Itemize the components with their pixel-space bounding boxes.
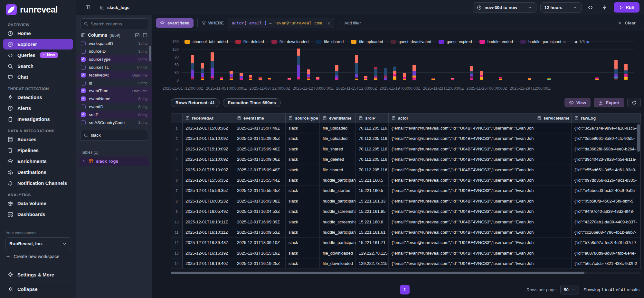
stacked-bar[interactable]: [288, 78, 291, 80]
stacked-bar[interactable]: [393, 67, 396, 80]
stacked-bar[interactable]: [374, 67, 377, 80]
column-header-eventName[interactable]: eventName: [320, 113, 356, 123]
sidebar-item-search[interactable]: Search: [3, 61, 73, 71]
stacked-bar[interactable]: [595, 77, 599, 80]
table-row[interactable]: 122025-12-01T18:39:48Z2025-12-01T18:39:1…: [171, 238, 640, 248]
checkbox[interactable]: [81, 96, 86, 101]
column-row-eventTime[interactable]: eventTime DateTime: [76, 87, 152, 95]
brand[interactable]: runreveal: [0, 0, 76, 18]
table-row[interactable]: 22025-12-01T15:10:09Z2025-12-01T15:09:05…: [171, 133, 640, 144]
filter-chip[interactable]: actor['email'] = 'evan@runreveal.com' ✕: [228, 18, 334, 28]
sidebar-item-queries[interactable]: Queries New: [3, 50, 73, 60]
legend-item-file_shared[interactable]: file_shared: [316, 40, 344, 44]
table-row[interactable]: 52025-12-01T15:10:09Z2025-12-01T15:09:48…: [171, 165, 640, 175]
legend-item-huddle_participant_c[interactable]: huddle_participant_c: [520, 40, 565, 44]
sidebar-item-home[interactable]: Home: [3, 28, 73, 39]
table-row[interactable]: 142025-12-01T16:19:40Z2025-12-01T16:19:2…: [171, 258, 640, 269]
table-item-slack-logs[interactable]: slack_logs: [79, 157, 149, 166]
table-row[interactable]: 132025-12-01T16:16:19Z2025-12-01T16:15:1…: [171, 248, 640, 258]
time-range-select[interactable]: now-30d to now: [473, 2, 536, 13]
tables-search-input[interactable]: [91, 133, 145, 138]
stacked-bar[interactable]: [412, 65, 416, 80]
interval-select[interactable]: 12 hours: [540, 2, 582, 13]
sidebar-item-sources[interactable]: Sources: [3, 134, 73, 145]
table-row[interactable]: 92025-12-01T16:05:49Z2025-12-01T16:04:53…: [171, 206, 640, 217]
add-filter-button[interactable]: Add filter: [338, 21, 361, 25]
checkbox[interactable]: [81, 88, 86, 93]
sidebar-item-investigations[interactable]: Investigations: [3, 114, 73, 124]
stacked-bar[interactable]: [624, 64, 628, 80]
legend-item-file_uploaded[interactable]: file_uploaded: [351, 40, 383, 44]
deselect-all-icon[interactable]: [143, 33, 147, 38]
run-button[interactable]: Run: [614, 2, 639, 13]
collapse-button[interactable]: Collapse: [0, 283, 76, 295]
legend-next-icon[interactable]: ▶: [587, 40, 590, 44]
stacked-bar[interactable]: [259, 77, 262, 80]
sidebar-item-chat[interactable]: Chat: [3, 72, 73, 82]
column-header-eventTime[interactable]: eventTime: [234, 113, 286, 123]
column-row-sourceType[interactable]: sourceType String: [76, 55, 152, 63]
stacked-bar[interactable]: [335, 65, 338, 80]
page-1-button[interactable]: 1: [400, 285, 410, 294]
stacked-bar[interactable]: [547, 78, 551, 80]
stacked-bar[interactable]: [431, 78, 435, 80]
sidebar-item-explorer[interactable]: Explorer: [3, 39, 73, 50]
stacked-bar[interactable]: [316, 77, 319, 80]
sidebar-item-dashboards[interactable]: Dashboards: [3, 209, 73, 220]
column-row-sourceID[interactable]: sourceID String: [76, 48, 152, 56]
checkbox[interactable]: [81, 41, 86, 46]
table-row[interactable]: 112025-12-01T16:10:11Z2025-12-01T16:09:5…: [171, 227, 640, 238]
column-row-workspaceID[interactable]: workspaceID String: [76, 40, 152, 48]
legend-item-guest_deactivated[interactable]: guest_deactivated: [391, 40, 431, 44]
sidebar-item-notification-channels[interactable]: Notification Channels: [3, 178, 73, 188]
stacked-bar[interactable]: [191, 55, 194, 80]
stacked-bar[interactable]: [528, 78, 531, 80]
select-all-icon[interactable]: [135, 33, 140, 38]
quick-actions-button[interactable]: [600, 2, 610, 13]
column-header-srcIP[interactable]: srcIP: [356, 113, 389, 123]
settings-button[interactable]: Settings & More: [0, 269, 76, 280]
remove-filter-icon[interactable]: ✕: [327, 21, 330, 26]
column-row-eventID[interactable]: eventID String: [76, 103, 152, 111]
stacked-bar[interactable]: [268, 78, 271, 80]
columns-scrollbar[interactable]: [149, 46, 151, 61]
column-row-id[interactable]: id String: [76, 79, 152, 87]
stacked-bar[interactable]: [470, 66, 473, 80]
stacked-bar[interactable]: [384, 68, 387, 80]
checkbox[interactable]: [81, 81, 86, 86]
stacked-bar[interactable]: [297, 49, 300, 80]
table-horizontal-scrollbar[interactable]: [171, 272, 584, 274]
column-row-sourceTTL[interactable]: sourceTTL UInt32: [76, 63, 152, 71]
sidebar-item-alerts[interactable]: Alerts: [3, 103, 73, 113]
table-row[interactable]: 82025-12-01T16:03:23Z2025-12-01T16:03:08…: [171, 196, 640, 206]
stacked-bar[interactable]: [499, 77, 502, 80]
table-row[interactable]: 32025-12-01T15:10:09Z2025-12-01T15:09:48…: [171, 144, 640, 154]
stacked-bar[interactable]: [355, 55, 358, 80]
table-row[interactable]: 72025-12-01T15:56:35Z2025-12-01T15:55:45…: [171, 185, 640, 196]
sidebar-item-detections[interactable]: Detections: [3, 92, 73, 103]
stacked-bar[interactable]: [307, 69, 310, 80]
workspace-select[interactable]: RunReveal, Inc.: [5, 237, 71, 250]
table-row[interactable]: 102025-12-01T16:10:11Z2025-12-01T16:09:3…: [171, 217, 640, 227]
column-row-eventName[interactable]: eventName String: [76, 95, 152, 103]
clear-filters-button[interactable]: Clear: [618, 21, 636, 25]
checkbox[interactable]: [81, 104, 86, 109]
column-header-rawLog[interactable]: rawLog: [572, 113, 641, 123]
table-row[interactable]: 62025-12-01T15:56:35Z2025-12-01T15:55:44…: [171, 175, 640, 185]
checkbox[interactable]: [81, 73, 86, 77]
legend-item-file_deleted[interactable]: file_deleted: [235, 40, 264, 44]
stacked-bar[interactable]: [240, 73, 243, 80]
legend-prev-icon[interactable]: ◀: [574, 40, 577, 44]
column-row-receivedAt[interactable]: receivedAt DateTime: [76, 71, 152, 79]
checkbox[interactable]: [81, 57, 86, 62]
stacked-bar[interactable]: [480, 71, 483, 80]
group-by-chip[interactable]: eventName: [156, 18, 194, 28]
columns-search-input[interactable]: [91, 22, 145, 26]
panel-toggle-icon[interactable]: [85, 5, 90, 10]
sidebar-item-pipelines[interactable]: Pipelines: [3, 145, 73, 156]
legend-item-huddle_ended[interactable]: huddle_ended: [479, 40, 513, 44]
sidebar-item-data-volume[interactable]: Data Volume: [3, 198, 73, 209]
column-header-actor[interactable]: actor: [389, 113, 534, 123]
legend-item-guest_expired[interactable]: guest_expired: [439, 40, 472, 44]
tab-slack-logs[interactable]: slack_logs: [100, 5, 129, 10]
